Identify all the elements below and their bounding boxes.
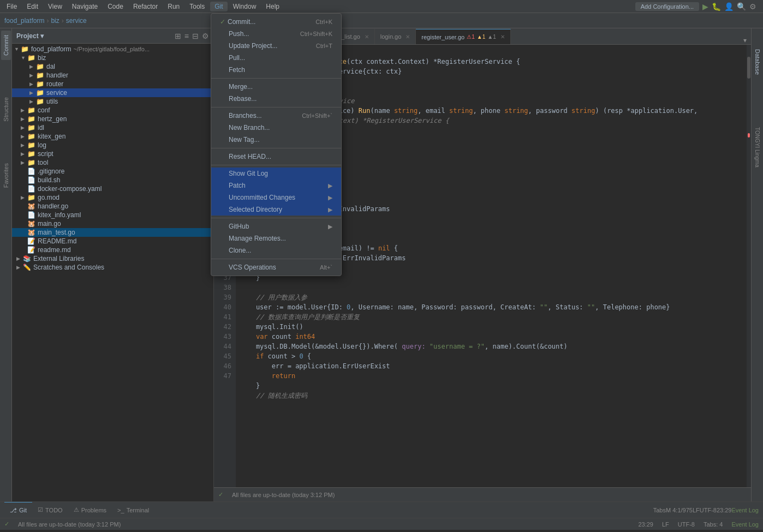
sidebar-item-favorites[interactable]: Favorites: [1, 159, 11, 192]
menu-help[interactable]: Help: [261, 2, 284, 11]
breadcrumb-service[interactable]: service: [66, 17, 87, 25]
menu-item-branches[interactable]: Branches... Ctrl+Shift+`: [211, 110, 341, 122]
panel-actions: ⊞ ≡ ⊟ ⚙: [175, 32, 209, 40]
close-tab-icon[interactable]: ✕: [365, 34, 369, 40]
list-item[interactable]: ▶ 📁 go.mod: [12, 193, 213, 202]
add-config-btn[interactable]: Add Configuration...: [635, 2, 699, 11]
list-item[interactable]: ▶ 📁 hertz_gen: [12, 115, 213, 123]
scrollbar[interactable]: [747, 45, 751, 487]
panel-action-settings[interactable]: ⚙: [202, 32, 209, 40]
menu-separator: [211, 165, 341, 165]
debug-icon[interactable]: 🐛: [712, 2, 721, 11]
list-item[interactable]: ▶ 🐹 handler.go: [12, 202, 213, 211]
close-tab-icon[interactable]: ✕: [406, 34, 410, 40]
menu-run[interactable]: Run: [163, 2, 184, 11]
panel-action-collapse[interactable]: ≡: [184, 32, 189, 40]
list-item[interactable]: ▶ 📁 tool: [12, 158, 213, 167]
problems-icon: ⚠: [74, 506, 79, 513]
breadcrumb-project[interactable]: food_platform: [4, 17, 44, 25]
check-icon: ✓: [220, 18, 225, 26]
sidebar-item-commit[interactable]: Commit: [1, 31, 11, 60]
event-log-bottom[interactable]: Event Log: [731, 521, 759, 528]
bottom-status-bar: ✓ All files are up-to-date (today 3:12 P…: [0, 518, 763, 530]
bottom-tab-todo[interactable]: ☑ TODO: [32, 502, 68, 518]
list-item[interactable]: ▶ 📚 External Libraries: [12, 254, 213, 263]
menu-tools[interactable]: Tools: [185, 2, 209, 11]
list-item[interactable]: ▶ 📁 router: [12, 80, 213, 88]
menu-git[interactable]: Git: [210, 2, 227, 11]
list-item[interactable]: ▶ 📁 kitex_gen: [12, 132, 213, 141]
list-item[interactable]: ▶ 📄 kitex_info.yaml: [12, 211, 213, 219]
menu-separator: [211, 218, 341, 218]
sidebar-item-tongyi[interactable]: TONGYI Lingma: [753, 123, 762, 172]
sidebar-item-database[interactable]: Database: [753, 45, 762, 79]
menu-edit[interactable]: Edit: [22, 2, 43, 11]
menu-file[interactable]: File: [2, 2, 21, 11]
menu-item-push[interactable]: Push... Ctrl+Shift+K: [211, 28, 341, 40]
sidebar-item-structure[interactable]: Structure: [1, 93, 11, 126]
breadcrumb: food_platform › biz › service: [0, 13, 763, 28]
list-item[interactable]: ▶ 📁 conf: [12, 106, 213, 115]
menu-item-manage-remotes[interactable]: Manage Remotes...: [211, 232, 341, 244]
menu-separator: [211, 107, 341, 107]
list-item[interactable]: ▶ 📁 script: [12, 150, 213, 158]
menu-view[interactable]: View: [44, 2, 67, 11]
panel-action-expand[interactable]: ⊞: [175, 32, 181, 40]
menu-item-reset-head[interactable]: Reset HEAD...: [211, 151, 341, 163]
list-item[interactable]: ▶ 📁 handler: [12, 71, 213, 80]
menu-code[interactable]: Code: [103, 2, 128, 11]
list-item[interactable]: ▶ 📄 build.sh: [12, 176, 213, 184]
menu-item-github[interactable]: GitHub ▶: [211, 220, 341, 232]
terminal-icon: >_: [117, 507, 124, 513]
list-item[interactable]: ▶ 📄 docker-compose.yaml: [12, 184, 213, 193]
clock: 23:29: [717, 507, 732, 513]
menu-refactor[interactable]: Refactor: [129, 2, 162, 11]
list-item[interactable]: ▶ 📁 service: [12, 88, 213, 97]
bottom-tab-git[interactable]: ⎇ Git: [4, 502, 32, 518]
menu-item-update-project[interactable]: Update Project... Ctrl+T: [211, 40, 341, 52]
menu-item-vcs-operations[interactable]: VCS Operations Alt+`: [211, 261, 341, 273]
menu-item-clone[interactable]: Clone...: [211, 244, 341, 256]
list-item[interactable]: ▶ 📄 .gitignore: [12, 167, 213, 176]
list-item[interactable]: ▶ 🐹 main_test.go: [12, 228, 213, 237]
menu-item-rebase[interactable]: Rebase...: [211, 93, 341, 105]
menu-item-show-git-log[interactable]: Show Git Log: [211, 168, 341, 180]
menu-item-commit[interactable]: ✓ Commit... Ctrl+K: [211, 16, 341, 28]
list-item[interactable]: ▶ 📁 utils: [12, 97, 213, 106]
bottom-tab-terminal[interactable]: >_ Terminal: [112, 502, 154, 518]
tab-login[interactable]: login.go ✕: [375, 29, 416, 44]
list-item[interactable]: ▶ 📝 readme.md: [12, 246, 213, 254]
menu-item-fetch[interactable]: Fetch: [211, 64, 341, 76]
event-log[interactable]: Event Log: [731, 507, 759, 513]
list-item[interactable]: ▶ 📝 README.md: [12, 237, 213, 246]
list-item[interactable]: ▶ 🐹 main.go: [12, 219, 213, 228]
menu-navigate[interactable]: Navigate: [68, 2, 102, 11]
search-icon[interactable]: 🔍: [737, 2, 746, 11]
run-icon[interactable]: ▶: [702, 2, 708, 11]
tab-overflow-icon[interactable]: ▾: [739, 37, 751, 44]
menu-item-patch[interactable]: Patch ▶: [211, 180, 341, 192]
status-tabs: Tabs: 4: [704, 521, 723, 528]
menu-item-merge[interactable]: Merge...: [211, 81, 341, 93]
breadcrumb-biz[interactable]: biz: [51, 17, 59, 25]
settings-icon[interactable]: ⚙: [749, 2, 756, 11]
menu-separator: [211, 148, 341, 148]
menu-item-pull[interactable]: Pull...: [211, 52, 341, 64]
bottom-tab-problems[interactable]: ⚠ Problems: [68, 502, 112, 518]
status-line-sep: LF: [693, 507, 700, 513]
list-item[interactable]: ▶ 📁 idl: [12, 123, 213, 132]
menu-item-new-tag[interactable]: New Tag...: [211, 134, 341, 146]
panel-action-filter[interactable]: ⊟: [192, 32, 199, 40]
profile-icon[interactable]: 👤: [724, 2, 734, 11]
tree-root[interactable]: ▼ 📁 food_platform ~/Project/gitlab/food_…: [12, 45, 213, 53]
close-tab-icon[interactable]: ✕: [500, 34, 505, 40]
list-item[interactable]: ▶ ✏️ Scratches and Consoles: [12, 263, 213, 272]
menu-window[interactable]: Window: [229, 2, 261, 11]
menu-item-uncommitted-changes[interactable]: Uncommitted Changes ▶: [211, 192, 341, 204]
list-item[interactable]: ▶ 📁 dal: [12, 62, 213, 71]
tab-register-user[interactable]: register_user.go ⚠1 ▲1 ▲1 ✕: [416, 29, 510, 44]
list-item[interactable]: ▶ 📁 log: [12, 141, 213, 150]
list-item[interactable]: ▼ 📁 biz: [12, 53, 213, 62]
menu-item-new-branch[interactable]: New Branch...: [211, 122, 341, 134]
menu-item-selected-directory[interactable]: Selected Directory ▶: [211, 204, 341, 216]
